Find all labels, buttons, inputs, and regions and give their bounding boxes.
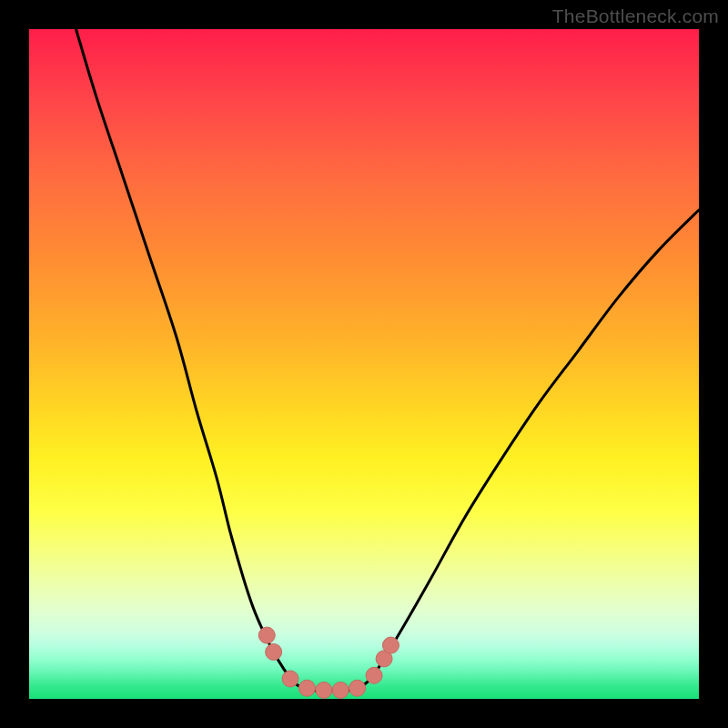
- bottleneck-curve: [29, 29, 699, 699]
- valley-curve-path: [76, 29, 699, 691]
- valley-marker-dot: [349, 680, 366, 696]
- valley-marker-dot: [298, 680, 315, 696]
- valley-marker-dot: [282, 671, 298, 687]
- valley-marker-dot: [366, 667, 382, 683]
- chart-frame: TheBottleneck.com: [0, 0, 728, 728]
- watermark-text: TheBottleneck.com: [552, 5, 719, 27]
- plot-area: [29, 29, 699, 699]
- valley-marker-dot: [258, 627, 275, 643]
- valley-marker-dot: [316, 682, 332, 698]
- valley-marker-dot: [332, 682, 349, 698]
- valley-marker-dot: [266, 643, 282, 660]
- valley-marker-dot: [382, 637, 399, 653]
